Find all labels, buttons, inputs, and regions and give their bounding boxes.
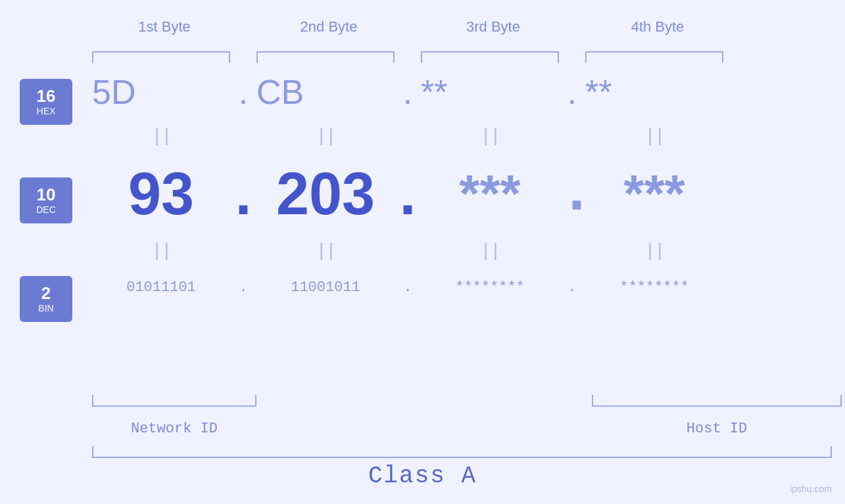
bracket-bottom-network	[92, 395, 256, 407]
equals-7: ||	[421, 241, 559, 262]
base-hex-box: 16 HEX	[20, 79, 72, 125]
equals-row-1: || || || ||	[92, 122, 832, 151]
equals-6: ||	[256, 241, 395, 262]
base-dec-name: DEC	[36, 204, 56, 215]
equals-1: ||	[92, 126, 230, 147]
base-hex-name: HEX	[37, 106, 56, 116]
byte4-label: 4th Byte	[585, 18, 730, 35]
dot-hex-3: .	[559, 72, 585, 112]
base-bin-box: 2 BIN	[20, 276, 72, 322]
host-id-label: Host ID	[592, 421, 842, 437]
equals-8: ||	[585, 241, 723, 262]
bracket-top-4	[585, 51, 723, 63]
dot-bin-1: .	[230, 279, 256, 296]
dot-bin-2: .	[395, 279, 421, 296]
class-label: Class A	[0, 463, 845, 490]
hex-row: 5D . CB . ** . **	[92, 62, 832, 122]
dot-dec-2: .	[395, 160, 421, 228]
equals-row-2: || || || ||	[92, 237, 832, 266]
base-hex-number: 16	[37, 87, 56, 104]
dot-dec-3: .	[559, 160, 585, 227]
bracket-top-1	[92, 51, 230, 63]
bin-b4: ********	[585, 279, 723, 296]
byte3-label: 3rd Byte	[421, 18, 566, 35]
id-labels: Network ID Host ID	[92, 421, 832, 437]
equals-4: ||	[585, 126, 723, 147]
base-labels: 16 HEX 10 DEC 2 BIN	[20, 79, 72, 322]
byte1-label: 1st Byte	[92, 18, 237, 35]
dec-row: 93 . 203 . *** . ***	[92, 151, 832, 237]
hex-b1: 5D	[92, 72, 230, 112]
dec-b3: ***	[421, 164, 559, 224]
dec-b2: 203	[256, 160, 395, 228]
main-container: 1st Byte 2nd Byte 3rd Byte 4th Byte 16 H…	[0, 0, 845, 504]
base-dec-box: 10 DEC	[20, 177, 72, 223]
equals-2: ||	[256, 126, 395, 147]
base-dec-number: 10	[37, 186, 56, 203]
bin-b2: 11001011	[256, 279, 395, 296]
hex-b2: CB	[256, 72, 395, 112]
dec-b1: 93	[92, 160, 230, 228]
network-id-label: Network ID	[92, 421, 256, 437]
hex-b4: **	[585, 72, 723, 112]
byte-labels-row: 1st Byte 2nd Byte 3rd Byte 4th Byte	[92, 18, 832, 35]
watermark: ipshu.com	[790, 484, 832, 494]
equals-5: ||	[92, 241, 230, 262]
bracket-top-2	[256, 51, 395, 63]
dot-hex-2: .	[395, 72, 421, 112]
dot-bin-3: .	[559, 279, 585, 296]
base-bin-name: BIN	[38, 303, 53, 313]
bracket-top-3	[421, 51, 559, 63]
rows-area: 5D . CB . ** . ** || || || || 93 . 203 .…	[92, 62, 832, 309]
outer-bottom-bracket	[92, 446, 832, 458]
equals-3: ||	[421, 126, 559, 147]
top-brackets	[92, 51, 832, 63]
base-bin-number: 2	[41, 285, 51, 302]
bottom-brackets	[92, 395, 832, 407]
bin-b3: ********	[421, 279, 559, 296]
bin-b1: 01011101	[92, 279, 230, 296]
bracket-bottom-host	[592, 395, 842, 407]
byte2-label: 2nd Byte	[256, 18, 401, 35]
dec-b4: ***	[585, 164, 723, 224]
hex-b3: **	[421, 72, 559, 112]
bin-row: 01011101 . 11001011 . ******** . *******…	[92, 266, 832, 309]
dot-dec-1: .	[230, 160, 256, 228]
dot-hex-1: .	[230, 72, 256, 112]
